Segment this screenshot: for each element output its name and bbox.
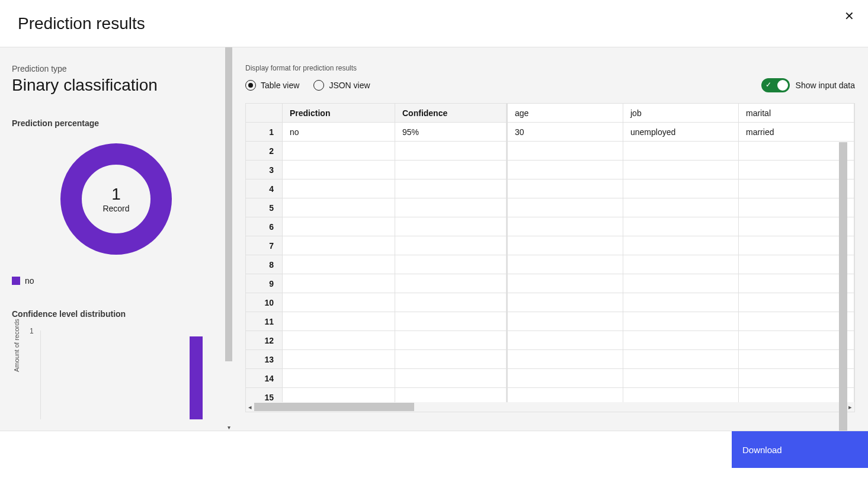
- cell-job[interactable]: [623, 274, 739, 293]
- cell-confidence[interactable]: 95%: [395, 123, 508, 142]
- row-number[interactable]: 7: [246, 236, 283, 255]
- cell-prediction[interactable]: [283, 369, 395, 388]
- column-header-age[interactable]: age: [508, 104, 623, 123]
- cell-confidence[interactable]: [395, 350, 508, 369]
- radio-table-view[interactable]: Table view: [245, 80, 299, 91]
- cell-confidence[interactable]: [395, 255, 508, 274]
- cell-prediction[interactable]: [283, 179, 395, 198]
- row-number[interactable]: 4: [246, 179, 283, 198]
- column-header-confidence[interactable]: Confidence: [395, 104, 508, 123]
- cell-job[interactable]: [623, 142, 739, 161]
- cell-confidence[interactable]: [395, 274, 508, 293]
- scrollbar-thumb[interactable]: [225, 47, 232, 361]
- cell-age[interactable]: [508, 369, 623, 388]
- chevron-down-icon[interactable]: ▾: [225, 424, 232, 431]
- row-number[interactable]: 6: [246, 217, 283, 236]
- vertical-scrollbar[interactable]: [839, 142, 847, 450]
- cell-confidence[interactable]: [395, 198, 508, 217]
- cell-age[interactable]: [508, 236, 623, 255]
- column-header-job[interactable]: job: [623, 104, 739, 123]
- column-header-marital[interactable]: marital: [739, 104, 854, 123]
- cell-age[interactable]: [508, 293, 623, 312]
- row-number[interactable]: 2: [246, 142, 283, 161]
- row-number[interactable]: 13: [246, 350, 283, 369]
- cell-confidence[interactable]: [395, 312, 508, 331]
- cell-marital[interactable]: [739, 293, 854, 312]
- cell-marital[interactable]: [739, 179, 854, 198]
- cell-marital[interactable]: married: [739, 123, 854, 142]
- cell-job[interactable]: [623, 350, 739, 369]
- row-number[interactable]: 8: [246, 255, 283, 274]
- cell-marital[interactable]: [739, 217, 854, 236]
- cell-age[interactable]: [508, 142, 623, 161]
- chevron-left-icon[interactable]: ◂: [246, 403, 254, 411]
- cell-marital[interactable]: [739, 350, 854, 369]
- cell-prediction[interactable]: [283, 217, 395, 236]
- cell-prediction[interactable]: [283, 142, 395, 161]
- sidebar-scrollbar[interactable]: ▾: [225, 47, 232, 431]
- cell-job[interactable]: [623, 293, 739, 312]
- cell-prediction[interactable]: [283, 274, 395, 293]
- cell-confidence[interactable]: [395, 217, 508, 236]
- row-number[interactable]: 11: [246, 312, 283, 331]
- cell-age[interactable]: 30: [508, 123, 623, 142]
- radio-json-view[interactable]: JSON view: [313, 80, 370, 91]
- cell-job[interactable]: [623, 255, 739, 274]
- cell-age[interactable]: [508, 274, 623, 293]
- chevron-right-icon[interactable]: ▸: [846, 403, 854, 411]
- cell-marital[interactable]: [739, 142, 854, 161]
- cell-prediction[interactable]: [283, 255, 395, 274]
- cell-prediction[interactable]: [283, 312, 395, 331]
- cell-marital[interactable]: [739, 274, 854, 293]
- cell-confidence[interactable]: [395, 369, 508, 388]
- cell-job[interactable]: [623, 236, 739, 255]
- cell-age[interactable]: [508, 161, 623, 179]
- cell-job[interactable]: [623, 161, 739, 179]
- cell-confidence[interactable]: [395, 293, 508, 312]
- horizontal-scrollbar[interactable]: ◂ ▸: [246, 402, 854, 412]
- scrollbar-thumb[interactable]: [839, 142, 847, 432]
- cell-job[interactable]: [623, 331, 739, 350]
- cell-age[interactable]: [508, 331, 623, 350]
- cell-confidence[interactable]: [395, 142, 508, 161]
- cell-prediction[interactable]: no: [283, 123, 395, 142]
- cell-marital[interactable]: [739, 312, 854, 331]
- cell-age[interactable]: [508, 255, 623, 274]
- cell-confidence[interactable]: [395, 161, 508, 179]
- cell-age[interactable]: [508, 179, 623, 198]
- row-number[interactable]: 3: [246, 161, 283, 179]
- row-number[interactable]: 5: [246, 198, 283, 217]
- row-number[interactable]: 14: [246, 369, 283, 388]
- cell-marital[interactable]: [739, 331, 854, 350]
- cell-marital[interactable]: [739, 369, 854, 388]
- cell-job[interactable]: [623, 198, 739, 217]
- close-button[interactable]: ✕: [842, 9, 856, 23]
- cell-prediction[interactable]: [283, 161, 395, 179]
- cell-age[interactable]: [508, 217, 623, 236]
- row-number[interactable]: 12: [246, 331, 283, 350]
- scrollbar-thumb[interactable]: [254, 403, 414, 411]
- cell-marital[interactable]: [739, 198, 854, 217]
- cell-job[interactable]: unemployed: [623, 123, 739, 142]
- cell-age[interactable]: [508, 350, 623, 369]
- show-input-toggle[interactable]: ✓: [761, 78, 790, 92]
- cell-age[interactable]: [508, 198, 623, 217]
- cell-age[interactable]: [508, 312, 623, 331]
- cell-prediction[interactable]: [283, 350, 395, 369]
- download-button[interactable]: Download: [732, 431, 868, 468]
- cell-prediction[interactable]: [283, 293, 395, 312]
- row-number[interactable]: 9: [246, 274, 283, 293]
- cell-job[interactable]: [623, 217, 739, 236]
- row-number[interactable]: 1: [246, 123, 283, 142]
- cell-confidence[interactable]: [395, 179, 508, 198]
- cell-prediction[interactable]: [283, 198, 395, 217]
- cell-confidence[interactable]: [395, 331, 508, 350]
- cell-job[interactable]: [623, 179, 739, 198]
- cell-marital[interactable]: [739, 236, 854, 255]
- cell-confidence[interactable]: [395, 236, 508, 255]
- cell-prediction[interactable]: [283, 236, 395, 255]
- row-number[interactable]: 10: [246, 293, 283, 312]
- cell-job[interactable]: [623, 312, 739, 331]
- cell-prediction[interactable]: [283, 331, 395, 350]
- cell-job[interactable]: [623, 369, 739, 388]
